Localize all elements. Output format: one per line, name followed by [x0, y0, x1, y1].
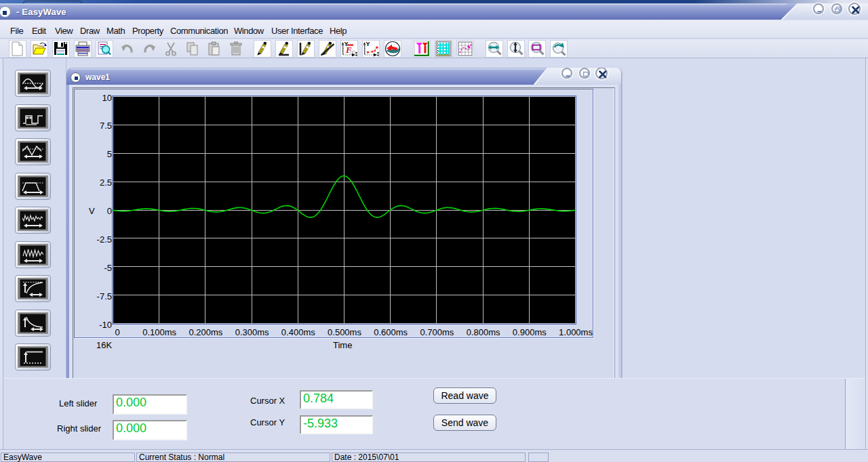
- svg-text:Y: Y: [366, 41, 370, 47]
- svg-text:(x): (x): [350, 49, 355, 55]
